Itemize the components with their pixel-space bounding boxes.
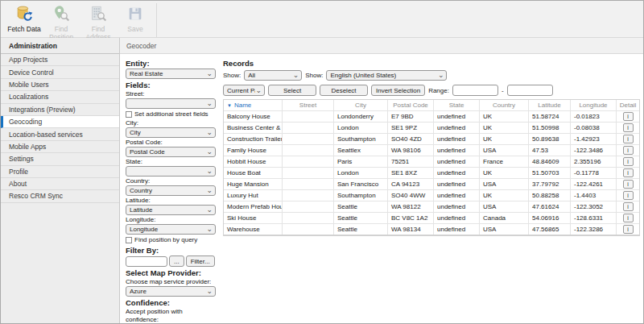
sidebar-item-settings[interactable]: Settings (1, 153, 119, 165)
sidebar-item-location-based-services[interactable]: Location-based services (1, 128, 119, 140)
column-header-longitude[interactable]: Longitude (571, 100, 617, 110)
column-header-latitude[interactable]: Latitude (529, 100, 571, 110)
country-label: Country: (126, 177, 216, 185)
table-row[interactable]: Family HouseSeattlexWA 98106undefinedUSA… (224, 145, 639, 156)
detail-button[interactable]: i (623, 225, 634, 234)
column-header-state[interactable]: State (434, 100, 480, 110)
map-provider-select[interactable]: Azure ⌄ (126, 286, 216, 297)
cell-detail: i (617, 224, 639, 235)
additional-street-checkbox[interactable] (126, 111, 132, 118)
latitude-select-value: Latitude (130, 206, 206, 214)
cell-postal-code: SO40 4ZD (388, 134, 434, 144)
column-header-name[interactable]: ▼ Name (224, 100, 283, 110)
deselect-button[interactable]: Deselect (320, 85, 368, 96)
save-label: Save (127, 26, 142, 34)
filter-by-label: Filter By: (126, 246, 216, 255)
entity-select[interactable]: Real Estate ⌄ (126, 69, 216, 79)
cell-longitude: -0.11778 (571, 168, 617, 178)
cell-street (283, 111, 334, 122)
detail-button[interactable]: i (623, 157, 634, 166)
cell-city: Seattle (334, 201, 388, 212)
chevron-down-icon: ⌄ (438, 73, 444, 77)
sidebar-item-resco-crm-sync[interactable]: Resco CRM Sync (1, 190, 119, 202)
postal-code-select[interactable]: Postal Code ⌄ (126, 147, 216, 157)
sidebar-item-profile[interactable]: Profile (1, 166, 119, 178)
cell-detail: i (617, 179, 639, 189)
cell-postal-code: WA 98122 (388, 201, 434, 212)
street-select[interactable]: ⌄ (126, 98, 216, 109)
cell-longitude: -128.6331 (571, 213, 617, 223)
detail-button[interactable]: i (623, 214, 634, 222)
find-position-query-checkbox[interactable] (126, 237, 132, 243)
browse-button[interactable]: ... (169, 255, 184, 267)
cell-longitude: -1.42923 (571, 134, 617, 144)
cell-latitude: 50.89638 (529, 134, 571, 144)
language-select[interactable]: English (United States) ⌄ (326, 70, 447, 81)
sidebar-item-localizations[interactable]: Localizations (1, 91, 119, 103)
column-header-street[interactable]: Street (283, 100, 334, 110)
sidebar-item-mobile-users[interactable]: Mobile Users (1, 79, 119, 91)
detail-button[interactable]: i (623, 168, 634, 177)
filter-button[interactable]: Filter... (186, 255, 215, 267)
invert-selection-button[interactable]: Invert Selection (371, 85, 425, 96)
latitude-select[interactable]: Latitude ⌄ (126, 205, 216, 215)
sidebar-item-about[interactable]: About (1, 178, 119, 190)
chevron-down-icon: ⌄ (206, 227, 213, 231)
save-button[interactable]: Save (117, 3, 154, 34)
detail-button[interactable]: i (623, 135, 634, 143)
cell-postal-code: E7 9BD (388, 111, 434, 122)
city-select[interactable]: City ⌄ (126, 127, 216, 138)
sidebar-item-mobile-apps[interactable]: Mobile Apps (1, 141, 119, 153)
table-row[interactable]: Modern Prefab HouseSeattleWA 98122undefi… (224, 201, 639, 213)
detail-button[interactable]: i (623, 146, 634, 155)
select-button[interactable]: Select (268, 85, 316, 96)
chevron-down-icon: ⌄ (206, 208, 213, 212)
show-filter-select[interactable]: All ⌄ (244, 70, 302, 81)
detail-button[interactable]: i (623, 123, 634, 132)
sidebar-item-app-projects[interactable]: App Projects (1, 54, 119, 66)
table-row[interactable]: Huge MansionSan FranciscoCA 94123undefin… (224, 179, 639, 190)
table-row[interactable]: Ski HouseSeattleBC V8C 1A2undefinedCanad… (224, 213, 639, 224)
latitude-label: Latitude: (126, 197, 216, 204)
table-row[interactable]: WarehouseSeattleWA 98134undefinedUSA47.5… (224, 224, 639, 235)
table-row[interactable]: Hobbit HouseParis75251undefinedFrance48.… (224, 156, 639, 168)
sidebar-header: Administration (1, 38, 119, 54)
column-header-detail[interactable]: Detail (617, 100, 639, 110)
sidebar-item-integrations-preview[interactable]: Integrations (Preview) (1, 104, 119, 116)
detail-button[interactable]: i (623, 112, 634, 121)
cell-country: USA (480, 179, 529, 189)
filter-input[interactable] (126, 256, 167, 267)
column-header-postal-code[interactable]: Postal Code (388, 100, 434, 110)
cell-name: Warehouse (224, 224, 283, 235)
detail-button[interactable]: i (623, 180, 634, 189)
range-to-input[interactable] (507, 85, 553, 96)
cell-detail: i (617, 168, 639, 178)
cell-street (283, 123, 334, 133)
table-row[interactable]: Balcony HouseLondonderryE7 9BDundefinedU… (224, 111, 639, 123)
country-select[interactable]: Country ⌄ (126, 185, 216, 196)
page-scope-select[interactable]: Current Page ⌄ (223, 85, 265, 96)
sidebar-item-geocoding[interactable]: Geocoding (1, 116, 119, 128)
cell-state: undefined (434, 123, 480, 133)
cell-state: undefined (434, 145, 480, 156)
detail-button[interactable]: i (623, 202, 634, 211)
app-window: Fetch Data Find Position (0, 0, 644, 324)
column-header-city[interactable]: City (334, 100, 388, 110)
longitude-select[interactable]: Longitude ⌄ (126, 224, 216, 235)
cell-name: House Boat (224, 168, 283, 178)
language-label: Show: (305, 72, 323, 79)
range-from-input[interactable] (452, 85, 498, 96)
table-row[interactable]: Construction TrailerSouthamptonSO40 4ZDu… (224, 134, 639, 145)
find-address-button[interactable]: Find Address (80, 3, 117, 42)
detail-button[interactable]: i (623, 191, 634, 200)
column-header-country[interactable]: Country (480, 100, 529, 110)
state-select[interactable]: ⌄ (126, 166, 216, 177)
sidebar-item-device-control[interactable]: Device Control (1, 66, 119, 78)
cell-name: Business Center & Co (224, 123, 283, 133)
table-row[interactable]: House BoatLondonSE1 8XZundefinedUK51.507… (224, 168, 639, 179)
fetch-data-button[interactable]: Fetch Data (6, 3, 43, 34)
cell-postal-code: 75251 (388, 156, 434, 167)
find-position-button[interactable]: Find Position (43, 3, 80, 42)
table-row[interactable]: Luxury HutSouthamptonSO40 4WWundefinedUK… (224, 190, 639, 201)
table-row[interactable]: Business Center & CoLondonSE1 9PZundefin… (224, 123, 639, 134)
